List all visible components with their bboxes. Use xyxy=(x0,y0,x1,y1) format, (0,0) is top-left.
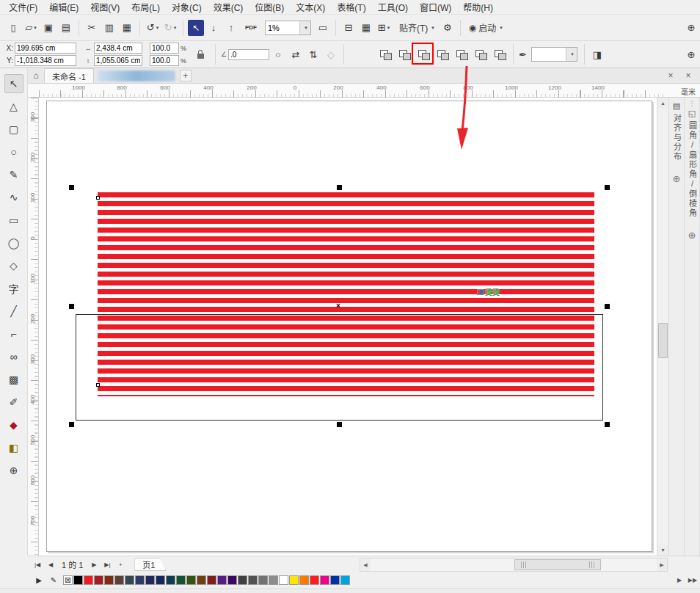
scroll-up-button[interactable]: ▲ xyxy=(657,98,668,109)
rectangle-object[interactable] xyxy=(76,314,603,421)
zoom-level-combo-input[interactable] xyxy=(266,22,299,34)
new-document-button[interactable]: ▯ xyxy=(5,20,21,36)
back-minus-front-button[interactable] xyxy=(472,46,489,63)
curve-node-marker[interactable] xyxy=(96,196,100,200)
menu-item-help[interactable]: 帮助(H) xyxy=(457,0,499,15)
docker-tab-fillet-scallop-chamfer[interactable]: 圆角/扇形角/倒棱角 xyxy=(688,121,696,218)
mirror-vertical-button[interactable]: ⇅ xyxy=(305,46,321,62)
zoom-tool[interactable]: ○ xyxy=(4,142,23,161)
fill-tool[interactable]: ◧ xyxy=(4,438,23,457)
trim-button[interactable] xyxy=(395,46,413,63)
color-swatch[interactable] xyxy=(94,575,103,585)
create-boundary-button[interactable] xyxy=(491,46,508,63)
shape-tool[interactable]: △ xyxy=(4,97,23,116)
color-swatch[interactable] xyxy=(197,575,206,585)
vertical-scrollbar-thumb[interactable] xyxy=(658,323,668,358)
curve-node-marker[interactable] xyxy=(96,383,100,387)
obscured-document-tab[interactable] xyxy=(98,70,175,81)
color-swatch[interactable] xyxy=(217,575,227,585)
next-page-button[interactable]: ▶ xyxy=(88,559,100,570)
outline-width-combo[interactable]: ▾ xyxy=(531,47,577,62)
save-button[interactable]: ▣ xyxy=(40,20,56,36)
rectangle-tool[interactable]: ▭ xyxy=(4,211,23,230)
color-swatch[interactable] xyxy=(248,575,258,585)
close-docker-button[interactable]: × xyxy=(682,70,694,81)
menu-item-file[interactable]: 文件(F) xyxy=(3,0,43,15)
color-swatch[interactable] xyxy=(135,575,145,585)
undo-button[interactable]: ↺▾ xyxy=(145,20,161,36)
eyedropper-tool[interactable]: ✐ xyxy=(4,393,23,412)
wrap-text-button[interactable]: ◨ xyxy=(589,46,605,62)
dimension-tool[interactable]: ╱ xyxy=(4,302,23,321)
import-button[interactable]: ↓ xyxy=(205,20,222,36)
front-minus-back-button[interactable] xyxy=(453,46,470,63)
dynamic-guides-button[interactable]: ⊞▾ xyxy=(376,20,392,36)
selection-handle[interactable] xyxy=(337,422,342,427)
color-swatch[interactable] xyxy=(258,575,268,585)
color-swatch[interactable] xyxy=(156,575,165,585)
selection-handle[interactable] xyxy=(69,185,74,190)
color-swatch[interactable] xyxy=(340,575,350,585)
freehand-tool[interactable]: ✎ xyxy=(4,165,23,184)
menu-item-tools[interactable]: 工具(O) xyxy=(372,0,414,15)
simplify-button[interactable] xyxy=(434,46,451,63)
customize-property-bar-button[interactable]: ⊕ xyxy=(683,46,699,62)
text-tool[interactable]: 字 xyxy=(4,279,23,298)
add-page-button[interactable]: + xyxy=(114,559,126,570)
color-swatch[interactable] xyxy=(310,575,319,585)
palette-scroll-end-button[interactable]: ▶▶ xyxy=(687,575,699,586)
selection-handle[interactable] xyxy=(337,185,342,190)
pattern-fill-tool[interactable]: ▩ xyxy=(4,370,23,389)
menu-item-object[interactable]: 对象(C) xyxy=(166,0,208,15)
color-swatch[interactable] xyxy=(73,575,83,585)
pick-tool[interactable]: ↖ xyxy=(4,74,23,93)
selection-handle[interactable] xyxy=(605,422,610,427)
color-swatch[interactable] xyxy=(166,575,175,585)
color-swatch[interactable] xyxy=(186,575,196,585)
color-swatch[interactable] xyxy=(114,575,124,585)
new-document-tab-button[interactable]: + xyxy=(180,70,192,81)
outline-width-drop-button[interactable]: ▾ xyxy=(566,48,577,61)
welcome-home-button[interactable]: ⌂ xyxy=(29,69,43,82)
menu-item-bitmaps[interactable]: 位图(B) xyxy=(249,0,290,15)
paste-button[interactable]: ▦ xyxy=(119,20,135,36)
cut-button[interactable]: ✂ xyxy=(84,20,100,36)
scroll-right-button[interactable]: ▶ xyxy=(657,559,667,571)
export-button[interactable]: ↑ xyxy=(223,20,239,36)
print-button[interactable]: ▤ xyxy=(58,20,74,36)
color-swatch[interactable] xyxy=(84,575,93,585)
app-launcher-button[interactable]: ↖ xyxy=(188,20,204,36)
canvas[interactable]: 烫烫 × xyxy=(39,98,657,556)
fullscreen-preview-button[interactable]: ▭ xyxy=(315,20,331,36)
menu-item-edit[interactable]: 编辑(E) xyxy=(43,0,84,15)
scale-y-input[interactable] xyxy=(150,55,179,66)
no-color-swatch[interactable]: ⊠ xyxy=(63,575,73,585)
outline-pen-tool[interactable]: ◆ xyxy=(4,415,23,434)
object-width-input[interactable] xyxy=(94,43,142,54)
horizontal-scrollbar[interactable]: ◀ ▶ xyxy=(360,558,668,572)
color-swatch[interactable] xyxy=(227,575,237,585)
options-button[interactable]: ⚙ xyxy=(440,20,456,36)
bezier-tool[interactable]: ∿ xyxy=(4,188,23,207)
snap-to-button[interactable]: 贴齐(T)▾ xyxy=(393,20,438,36)
copy-button[interactable]: ▥ xyxy=(101,20,117,36)
color-swatch[interactable] xyxy=(330,575,340,585)
document-tab-active[interactable]: 未命名 -1 xyxy=(44,68,94,83)
menu-item-layout[interactable]: 布局(L) xyxy=(125,0,166,15)
selection-handle[interactable] xyxy=(69,422,74,427)
rotation-angle-input[interactable] xyxy=(228,49,269,60)
menu-item-effects[interactable]: 效果(C) xyxy=(208,0,249,15)
crop-tool[interactable]: ▢ xyxy=(4,120,23,139)
edit-fill-button[interactable]: ✎ xyxy=(48,575,59,586)
docker-tab-align-distribute[interactable]: 对齐与分布 xyxy=(673,114,681,161)
color-swatch[interactable] xyxy=(279,575,288,585)
vertical-scrollbar[interactable]: ▲ ▼ xyxy=(657,98,668,556)
first-page-button[interactable]: |◀ xyxy=(32,559,43,570)
rotation-direction-button[interactable]: ○ xyxy=(270,46,286,62)
ellipse-tool[interactable]: ◯ xyxy=(4,233,23,252)
color-swatch[interactable] xyxy=(269,575,278,585)
palette-scroll-right-button[interactable]: ▶ xyxy=(674,575,685,586)
docker-quick-customize-button[interactable]: ⊕ xyxy=(688,230,696,241)
color-swatch[interactable] xyxy=(320,575,329,585)
color-swatch[interactable] xyxy=(299,575,309,585)
